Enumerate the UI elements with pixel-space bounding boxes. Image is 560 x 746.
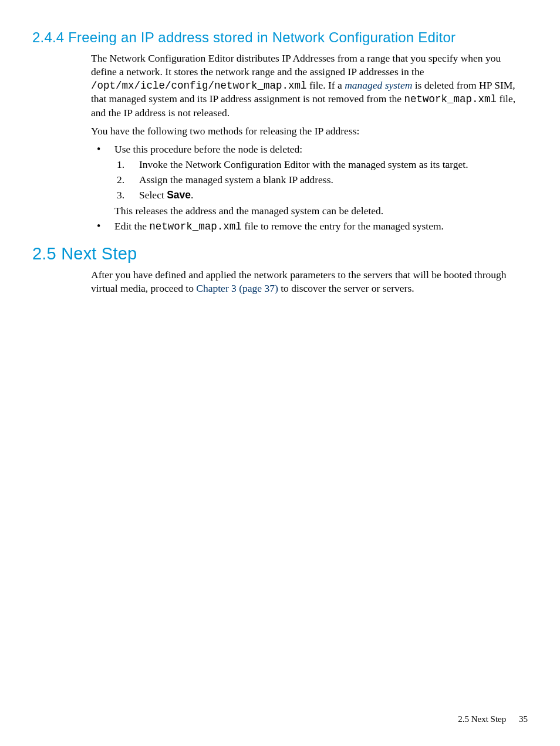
para-244-1: The Network Configuration Editor distrib… bbox=[91, 52, 528, 120]
text: The Network Configuration Editor distrib… bbox=[91, 52, 501, 77]
heading-2-5: 2.5 Next Step bbox=[32, 244, 528, 264]
text: Select bbox=[139, 189, 167, 201]
list-item: 1. Invoke the Network Configuration Edit… bbox=[114, 158, 528, 171]
para-25-1: After you have defined and applied the n… bbox=[91, 268, 528, 295]
step-number: 2. bbox=[117, 173, 124, 187]
text: Edit the bbox=[114, 220, 149, 232]
numbered-list: 1. Invoke the Network Configuration Edit… bbox=[114, 158, 528, 201]
text: to discover the server or servers. bbox=[278, 282, 414, 294]
text: This releases the address and the manage… bbox=[114, 204, 528, 218]
page-footer: 2.5 Next Step 35 bbox=[458, 714, 528, 724]
page-number: 35 bbox=[519, 714, 528, 724]
code-filename: network_map.xml bbox=[404, 93, 497, 105]
text: . bbox=[191, 189, 193, 201]
list-item: 3. Select Save. bbox=[114, 188, 528, 202]
code-filename: network_map.xml bbox=[149, 221, 242, 232]
list-item: 2. Assign the managed system a blank IP … bbox=[114, 173, 528, 187]
save-label: Save bbox=[167, 189, 191, 201]
text: file to remove the entry for the managed… bbox=[242, 220, 444, 232]
text: Invoke the Network Configuration Editor … bbox=[139, 158, 468, 170]
list-item: Edit the network_map.xml file to remove … bbox=[91, 220, 528, 234]
footer-section-label: 2.5 Next Step bbox=[458, 714, 506, 724]
text: Assign the managed system a blank IP add… bbox=[139, 174, 333, 185]
step-number: 1. bbox=[117, 158, 124, 171]
heading-2-4-4: 2.4.4 Freeing an IP address stored in Ne… bbox=[32, 29, 528, 46]
code-path: /opt/mx/icle/config/network_map.xml bbox=[91, 80, 307, 92]
step-number: 3. bbox=[117, 188, 124, 202]
text: Use this procedure before the node is de… bbox=[114, 143, 302, 155]
bullet-list: Use this procedure before the node is de… bbox=[91, 143, 528, 234]
link-chapter-3[interactable]: Chapter 3 (page 37) bbox=[196, 282, 278, 294]
text: file. If a bbox=[307, 79, 345, 91]
para-244-2: You have the following two methods for r… bbox=[91, 124, 528, 138]
list-item: Use this procedure before the node is de… bbox=[91, 143, 528, 218]
link-managed-system[interactable]: managed system bbox=[345, 79, 412, 91]
